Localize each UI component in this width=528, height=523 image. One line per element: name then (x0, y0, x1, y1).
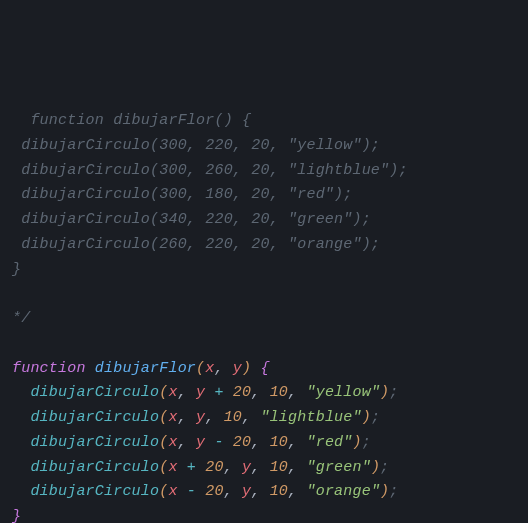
function-declaration: function dibujarFlor(x, y) { (12, 360, 270, 377)
commented-call-2: dibujarCirculo(300, 260, 20, "lightblue"… (12, 162, 408, 179)
function-name: dibujarFlor (95, 360, 196, 377)
call-line-5: dibujarCirculo(x - 20, y, 10, "orange"); (30, 483, 398, 500)
keyword-function: function (12, 360, 86, 377)
param-y: y (233, 360, 242, 377)
comment-end-marker: */ (12, 310, 30, 327)
commented-call-3: dibujarCirculo(300, 180, 20, "red"); (12, 186, 352, 203)
commented-code-block: function dibujarFlor() { dibujarCirculo(… (12, 112, 408, 327)
call-line-3: dibujarCirculo(x, y - 20, 10, "red"); (30, 434, 371, 451)
call-line-1: dibujarCirculo(x, y + 20, 10, "yellow"); (30, 384, 398, 401)
function-close-brace: } (12, 508, 21, 523)
commented-call-4: dibujarCirculo(340, 220, 20, "green"); (12, 211, 371, 228)
commented-call-1: dibujarCirculo(300, 220, 20, "yellow"); (12, 137, 380, 154)
commented-close-brace: } (12, 261, 21, 278)
call-line-4: dibujarCirculo(x + 20, y, 10, "green"); (30, 459, 389, 476)
call-line-2: dibujarCirculo(x, y, 10, "lightblue"); (30, 409, 380, 426)
commented-call-5: dibujarCirculo(260, 220, 20, "orange"); (12, 236, 380, 253)
code-editor[interactable]: function dibujarFlor() { dibujarCirculo(… (12, 109, 516, 523)
